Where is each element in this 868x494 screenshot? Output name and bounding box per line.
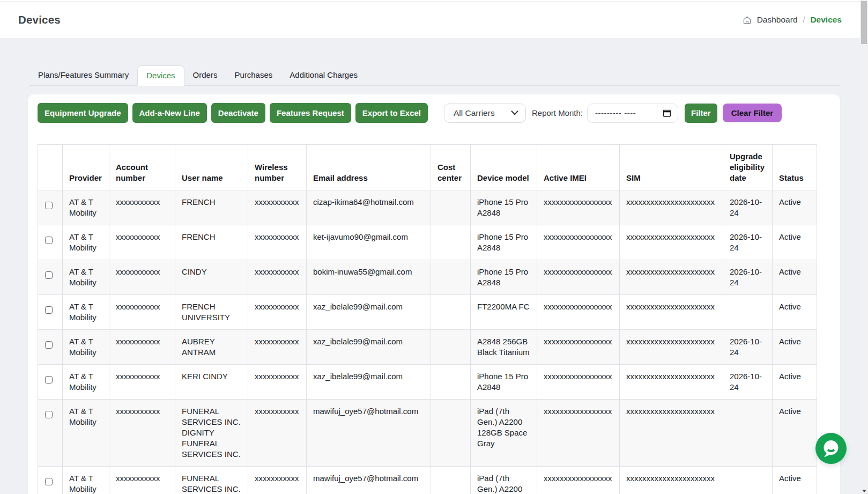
cell-upgrade-date: 2026-10-24 (723, 365, 773, 400)
row-checkbox[interactable] (45, 341, 53, 349)
deactivate-button[interactable]: Deactivate (211, 103, 265, 123)
cell-status: Active (773, 400, 817, 467)
cell-wireless: xxxxxxxxxxx (248, 190, 307, 225)
row-checkbox[interactable] (45, 271, 53, 279)
cell-status: Active (773, 365, 817, 400)
cell-cost-center (431, 467, 471, 494)
chat-launcher[interactable] (815, 433, 847, 464)
cell-account: xxxxxxxxxxx (109, 260, 175, 295)
tab-purchases[interactable]: Purchases (226, 65, 281, 85)
cell-wireless: xxxxxxxxxxx (248, 260, 307, 295)
report-month-value: --------- ---- (595, 108, 636, 117)
cell-device-model: A2848 256GB Black Titanium (471, 330, 537, 365)
row-checkbox[interactable] (45, 237, 53, 244)
cell-imei: xxxxxxxxxxxxxxxxx (537, 225, 620, 260)
content-card: Equipment UpgradeAdd-a-New LineDeactivat… (28, 94, 840, 494)
row-select-cell (38, 225, 63, 260)
column-header-checkbox (38, 145, 63, 190)
cell-email: xaz_ibelale99@mail.com (307, 330, 431, 365)
cell-account: xxxxxxxxxxx (109, 467, 175, 494)
row-select-cell (38, 295, 63, 330)
breadcrumb-dashboard[interactable]: Dashboard (757, 15, 798, 25)
tab-devices[interactable]: Devices (137, 65, 184, 86)
cell-device-model: FT2200MA FC (471, 295, 537, 330)
carrier-select-value: All Carriers (454, 108, 495, 118)
cell-status: Active (773, 190, 817, 225)
cell-wireless: xxxxxxxxxxx (248, 330, 307, 365)
column-header-active-imei: Active IMEI (537, 145, 620, 190)
cell-email: xaz_ibelale99@mail.com (307, 365, 431, 400)
cell-sim: xxxxxxxxxxxxxxxxxxxxxx (620, 190, 723, 225)
table-row: AT & T MobilityxxxxxxxxxxxAUBREY ANTRAMx… (38, 330, 817, 365)
cell-account: xxxxxxxxxxx (109, 295, 175, 330)
cell-account: xxxxxxxxxxx (109, 400, 175, 467)
cell-wireless: xxxxxxxxxxx (248, 467, 307, 494)
cell-upgrade-date: 2026-10-24 (723, 330, 773, 365)
chat-bubble-icon (815, 433, 847, 464)
cell-provider: AT & T Mobility (63, 295, 109, 330)
cell-status: Active (773, 260, 817, 295)
row-select-cell (38, 190, 63, 225)
row-checkbox[interactable] (45, 478, 53, 485)
cell-provider: AT & T Mobility (63, 225, 109, 260)
cell-device-model: iPhone 15 Pro A2848 (471, 190, 537, 225)
report-month-input[interactable]: --------- ---- (587, 104, 678, 123)
cell-user: FRENCH (175, 225, 248, 260)
cell-imei: xxxxxxxxxxxxxxxxx (537, 260, 620, 295)
carrier-select[interactable]: All Carriers (444, 104, 526, 123)
table-header-row: ProviderAccount numberUser nameWireless … (38, 145, 817, 190)
cell-email: cizap-ikima64@hotmail.com (307, 190, 431, 225)
cell-device-model: iPhone 15 Pro A2848 (471, 260, 537, 295)
cell-sim: xxxxxxxxxxxxxxxxxxxxxx (620, 365, 723, 400)
cell-provider: AT & T Mobility (63, 365, 109, 400)
cell-email: mawifuj_oye57@hotmail.com (307, 467, 431, 494)
home-icon[interactable] (743, 16, 752, 25)
column-header-account-number: Account number (109, 145, 175, 190)
row-select-cell (38, 260, 63, 295)
cell-upgrade-date (723, 467, 773, 494)
cell-cost-center (431, 225, 471, 260)
row-select-cell (38, 365, 63, 400)
cell-wireless: xxxxxxxxxxx (248, 295, 307, 330)
cell-account: xxxxxxxxxxx (109, 330, 175, 365)
row-checkbox[interactable] (45, 376, 53, 384)
cell-device-model: iPhone 15 Pro A2848 (471, 225, 537, 260)
cell-sim: xxxxxxxxxxxxxxxxxxxxxx (620, 295, 723, 330)
cell-cost-center (431, 400, 471, 467)
row-checkbox[interactable] (45, 411, 53, 418)
cell-imei: xxxxxxxxxxxxxxxxx (537, 467, 620, 494)
cell-device-model: iPad (7th Gen.) A2200 128GB Space Gray (471, 467, 537, 494)
scrollbar-thumb[interactable] (861, 1, 867, 44)
cell-user: AUBREY ANTRAM (175, 330, 248, 365)
row-checkbox[interactable] (45, 202, 53, 209)
cell-status: Active (773, 225, 817, 260)
tab-orders[interactable]: Orders (184, 65, 226, 85)
scrollbar[interactable] (860, 0, 868, 494)
breadcrumb-current: Devices (810, 15, 842, 25)
cell-upgrade-date (723, 295, 773, 330)
cell-sim: xxxxxxxxxxxxxxxxxxxxxx (620, 260, 723, 295)
calendar-icon[interactable] (663, 109, 671, 117)
column-header-provider: Provider (63, 145, 109, 190)
cell-cost-center (431, 330, 471, 365)
tab-additional-charges[interactable]: Additional Charges (281, 65, 366, 85)
equipment-upgrade-button[interactable]: Equipment Upgrade (38, 103, 128, 123)
cell-provider: AT & T Mobility (63, 400, 109, 467)
scrollbar-down-arrow-icon[interactable] (862, 490, 866, 492)
export-to-excel-button[interactable]: Export to Excel (355, 103, 428, 123)
cell-upgrade-date: 2026-10-24 (723, 260, 773, 295)
column-header-user-name: User name (175, 145, 248, 190)
cell-imei: xxxxxxxxxxxxxxxxx (537, 330, 620, 365)
tab-plans-features-summary[interactable]: Plans/Features Summary (29, 65, 137, 85)
cell-sim: xxxxxxxxxxxxxxxxxxxxxx (620, 467, 723, 494)
features-request-button[interactable]: Features Request (270, 103, 351, 123)
row-select-cell (38, 400, 63, 467)
clear-filter-button[interactable]: Clear Filter (723, 104, 782, 122)
column-header-wireless-number: Wireless number (248, 145, 307, 190)
column-header-upgrade-eligibility-date: Upgrade eligibility date (723, 145, 773, 190)
filter-button[interactable]: Filter (685, 104, 717, 123)
row-checkbox[interactable] (45, 306, 53, 314)
row-select-cell (38, 330, 63, 365)
page-title: Devices (18, 13, 61, 26)
add-a-new-line-button[interactable]: Add-a-New Line (132, 103, 207, 123)
